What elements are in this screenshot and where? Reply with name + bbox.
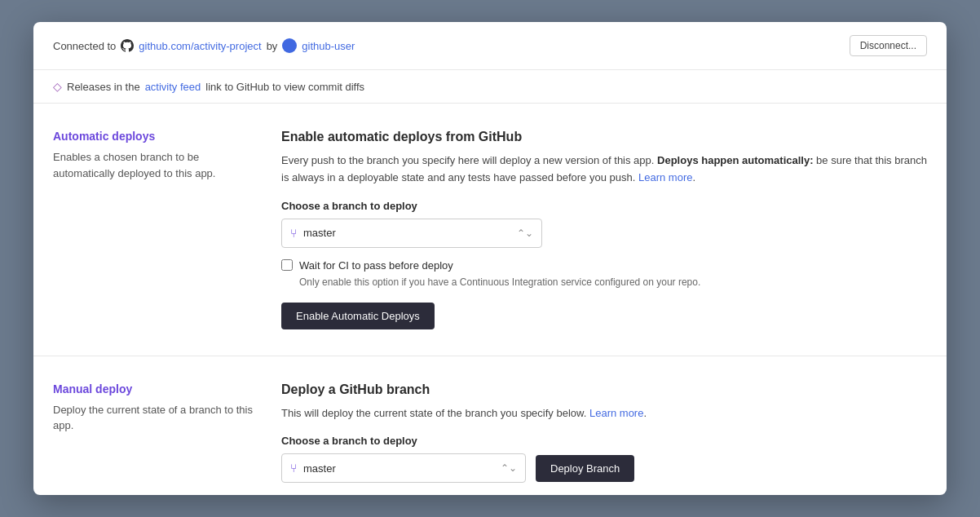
- manual-deploy-section: Manual deploy Deploy the current state o…: [33, 356, 947, 495]
- manual-deploy-desc: Deploy the current state of a branch to …: [53, 402, 255, 434]
- disconnect-button[interactable]: Disconnect...: [850, 35, 927, 56]
- releases-text: Releases in the: [67, 81, 140, 93]
- topbar-by: by: [267, 40, 278, 52]
- wait-ci-label[interactable]: Wait for CI to pass before deploy: [299, 259, 453, 272]
- automatic-deploys-heading: Automatic deploys: [53, 130, 255, 143]
- user-link[interactable]: github-user: [302, 40, 355, 52]
- manual-branch-icon: ⑂: [290, 462, 297, 475]
- releases-row: ◇ Releases in the activity feed link to …: [33, 70, 947, 104]
- manual-branch-row: ⑂ master ⌃⌄ Deploy Branch: [281, 453, 927, 483]
- auto-select-arrow: ⌃⌄: [517, 228, 533, 239]
- manual-deploy-learn-more[interactable]: Learn more: [589, 407, 643, 419]
- automatic-deploys-desc: Enables a chosen branch to be automatica…: [53, 149, 255, 181]
- manual-deploy-heading: Manual deploy: [53, 382, 255, 395]
- diamond-icon: ◇: [53, 80, 62, 93]
- manual-branch-select[interactable]: master: [303, 462, 494, 475]
- auto-deploy-learn-more[interactable]: Learn more: [638, 171, 692, 183]
- wait-ci-hint: Only enable this option if you have a Co…: [299, 276, 927, 288]
- auto-branch-select-wrapper: ⑂ master ⌃⌄: [281, 219, 542, 248]
- auto-branch-select[interactable]: master: [303, 227, 510, 239]
- topbar-connected-label: Connected to: [53, 40, 116, 52]
- user-avatar: [282, 38, 297, 53]
- releases-suffix: link to GitHub to view commit diffs: [205, 81, 364, 93]
- manual-deploy-right-desc: This will deploy the current state of th…: [281, 405, 927, 422]
- manual-deploy-right: Deploy a GitHub branch This will deploy …: [281, 382, 927, 484]
- enable-auto-deploys-button[interactable]: Enable Automatic Deploys: [281, 303, 435, 329]
- manual-choose-label: Choose a branch to deploy: [281, 435, 927, 447]
- repo-link[interactable]: github.com/activity-project: [139, 40, 261, 52]
- topbar: Connected to github.com/activity-project…: [33, 22, 947, 70]
- automatic-deploys-right: Enable automatic deploys from GitHub Eve…: [281, 130, 927, 329]
- manual-deploy-right-heading: Deploy a GitHub branch: [281, 382, 927, 397]
- auto-branch-icon: ⑂: [290, 227, 297, 240]
- activity-feed-link[interactable]: activity feed: [145, 81, 201, 93]
- manual-deploy-left: Manual deploy Deploy the current state o…: [53, 382, 281, 484]
- automatic-deploys-right-heading: Enable automatic deploys from GitHub: [281, 130, 927, 144]
- modal-container: Connected to github.com/activity-project…: [33, 22, 947, 495]
- topbar-left: Connected to github.com/activity-project…: [53, 38, 355, 53]
- auto-deploy-bold: Deploys happen automatically:: [657, 154, 813, 166]
- deploy-branch-button[interactable]: Deploy Branch: [536, 455, 634, 482]
- automatic-deploys-right-desc: Every push to the branch you specify her…: [281, 152, 927, 187]
- github-icon: [121, 39, 134, 52]
- automatic-deploys-left: Automatic deploys Enables a chosen branc…: [53, 130, 281, 329]
- automatic-deploys-section: Automatic deploys Enables a chosen branc…: [33, 104, 947, 356]
- auto-choose-label: Choose a branch to deploy: [281, 200, 927, 212]
- wait-ci-row: Wait for CI to pass before deploy: [281, 259, 927, 272]
- manual-select-arrow: ⌃⌄: [501, 462, 517, 474]
- manual-branch-select-wrapper: ⑂ master ⌃⌄: [281, 453, 526, 483]
- wait-ci-checkbox[interactable]: [281, 259, 293, 271]
